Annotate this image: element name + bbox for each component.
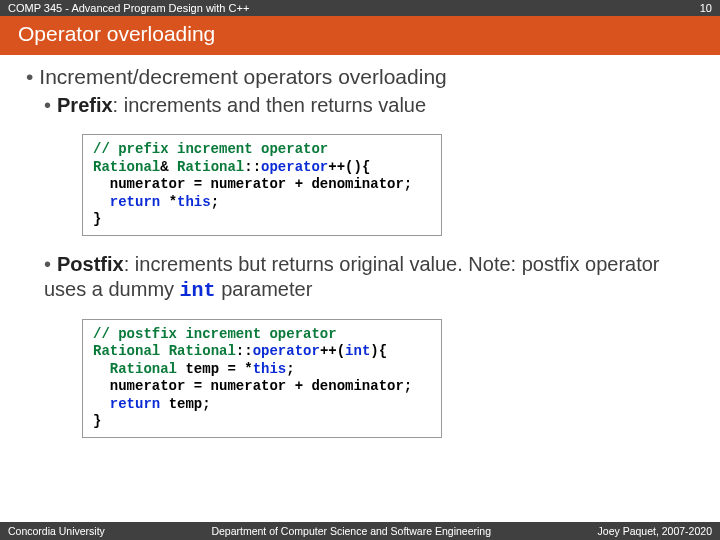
prefix-label: Prefix [57,94,113,116]
code-comment: // prefix increment operator [93,141,328,157]
int-token: int [180,279,216,302]
footer-center: Department of Computer Science and Softw… [211,525,491,537]
bullet-dot-icon: • [26,65,33,88]
code-block-postfix: // postfix increment operator Rational R… [82,319,442,438]
footer-left: Concordia University [8,525,105,537]
postfix-desc-2: parameter [216,278,313,300]
header-bar: COMP 345 - Advanced Program Design with … [0,0,720,16]
slide-title: Operator overloading [0,16,720,55]
course-label: COMP 345 - Advanced Program Design with … [8,2,249,14]
bullet-dot-icon: • [44,94,51,116]
main-bullet-text: Increment/decrement operators overloadin… [39,65,446,88]
postfix-bullet: •Postfix: increments but returns origina… [44,252,694,303]
prefix-desc: : increments and then returns value [113,94,427,116]
slide-number: 10 [700,2,712,14]
code-block-prefix: // prefix increment operator Rational& R… [82,134,442,236]
footer-bar: Concordia University Department of Compu… [0,522,720,540]
postfix-label: Postfix [57,253,124,275]
footer-right: Joey Paquet, 2007-2020 [598,525,712,537]
code-comment: // postfix increment operator [93,326,337,342]
postfix-desc-1: : increments but returns original value.… [44,253,660,300]
prefix-bullet: •Prefix: increments and then returns val… [44,93,694,118]
bullet-dot-icon: • [44,253,51,275]
main-bullet: •Increment/decrement operators overloadi… [26,65,694,89]
content-area: •Increment/decrement operators overloadi… [0,55,720,454]
